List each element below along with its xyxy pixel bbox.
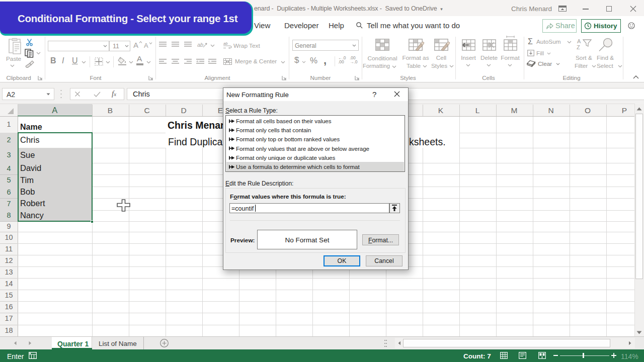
svg-text:ab: ab (197, 42, 203, 48)
svg-text:ab: ab (223, 42, 227, 46)
